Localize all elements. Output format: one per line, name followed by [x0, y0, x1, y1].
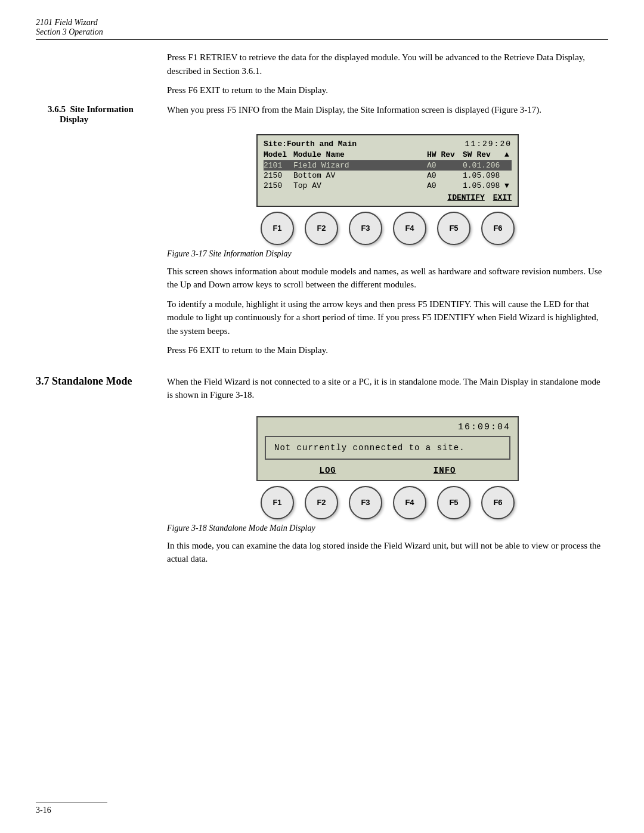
figure-17-lcd-wrapper: Site:Fourth and Main 11:29:20 Model Modu… [256, 134, 519, 207]
section-365-desc: This screen shows information about modu… [36, 265, 608, 363]
right-content-365-desc: This screen shows information about modu… [167, 265, 608, 363]
button-f1[interactable]: F1 [261, 212, 294, 245]
button-f4[interactable]: F4 [393, 212, 426, 245]
lcd-col-header: Model Module Name HW Rev SW Rev ▲ [264, 150, 512, 160]
button-f3[interactable]: F3 [349, 212, 382, 245]
button-f6[interactable]: F6 [481, 212, 515, 245]
section-37-heading-row: 3.7 Standalone Mode When the Field Wizar… [36, 375, 608, 408]
figure-18-container: 16:09:04 Not currently connected to a si… [167, 416, 608, 533]
header-title: 2101 Field Wizard [36, 18, 608, 27]
figure-17-buttons: F1 F2 F3 F4 F5 F6 [261, 212, 515, 245]
section-365-top: Press F1 RETRIEV to retrieve the data fo… [36, 51, 608, 103]
header-subtitle: Section 3 Operation [36, 27, 608, 37]
section-37-desc: In this mode, you can examine the data l… [36, 539, 608, 572]
lcd-data-row-0: 2101 Field Wizard A0 0.01.206 [264, 160, 512, 171]
para-f6-exit: Press F6 EXIT to return to the Main Disp… [167, 83, 608, 97]
button-18-f2[interactable]: F2 [305, 486, 338, 519]
button-f5[interactable]: F5 [437, 212, 470, 245]
section-37-label: 3.7 Standalone Mode [36, 375, 167, 408]
func-log: LOG [320, 466, 336, 475]
standalone-message: Not currently connected to a site. [265, 436, 510, 460]
figure-18-caption-wrapper: Figure 3-18 Standalone Mode Main Display [167, 523, 608, 533]
figure-17-area: Site:Fourth and Main 11:29:20 Model Modu… [167, 134, 608, 259]
left-spacer-2 [36, 265, 167, 363]
lcd-data-row-2: 2150 Top AV A0 1.05.098 ▼ [264, 181, 512, 191]
para-intro-365: When you press F5 INFO from the Main Dis… [167, 103, 608, 117]
func-info: INFO [434, 466, 456, 475]
figure-17-caption: Figure 3-17 Site Information Display [167, 249, 292, 258]
func-exit: EXIT [493, 193, 512, 202]
scroll-top-arrow: ▲ [504, 150, 512, 159]
left-spacer [36, 51, 167, 103]
section-365-heading-row: 3.6.5 Site Information Display When you … [36, 103, 608, 126]
col-sw-rev: SW Rev [463, 150, 504, 159]
right-content-37-desc: In this mode, you can examine the data l… [167, 539, 608, 572]
func-identify: IDENTIFY [447, 193, 484, 202]
lcd-data-row-1: 2150 Bottom AV A0 1.05.098 [264, 171, 512, 181]
col-model: Model [264, 150, 293, 159]
para-intro-37: When the Field Wizard is not connected t… [167, 375, 608, 402]
button-18-f5[interactable]: F5 [437, 486, 470, 519]
figure-18-lcd: 16:09:04 Not currently connected to a si… [256, 416, 519, 481]
page-footer: 3-16 [36, 803, 107, 815]
button-f2[interactable]: F2 [305, 212, 338, 245]
figure-17-lcd: Site:Fourth and Main 11:29:20 Model Modu… [256, 134, 519, 207]
page-number: 3-16 [36, 806, 51, 815]
para-retriev: Press F1 RETRIEV to retrieve the data fo… [167, 51, 608, 78]
section-365-heading: 3.6.5 Site Information Display [36, 103, 161, 125]
figure-18-buttons: F1 F2 F3 F4 F5 F6 [261, 486, 515, 519]
figure-17-container: Site:Fourth and Main 11:29:20 Model Modu… [167, 134, 608, 259]
page-header: 2101 Field Wizard Section 3 Operation [36, 18, 608, 37]
figure-17-caption-wrapper: Figure 3-17 Site Information Display [167, 249, 608, 259]
button-18-f4[interactable]: F4 [393, 486, 426, 519]
button-18-f3[interactable]: F3 [349, 486, 382, 519]
left-spacer-3 [36, 539, 167, 572]
section-37-intro: When the Field Wizard is not connected t… [167, 375, 608, 408]
figure-18-area: 16:09:04 Not currently connected to a si… [167, 416, 608, 533]
button-18-f1[interactable]: F1 [261, 486, 294, 519]
section-365-label: 3.6.5 Site Information Display [36, 103, 167, 126]
section-37-heading: 3.7 Standalone Mode [36, 375, 161, 388]
lcd-time: 11:29:20 [465, 139, 512, 150]
figure-18-caption: Figure 3-18 Standalone Mode Main Display [167, 524, 315, 532]
standalone-time: 16:09:04 [265, 422, 510, 432]
para-desc3: Press F6 EXIT to return to the Main Disp… [167, 343, 608, 357]
lcd-site-title: Site:Fourth and Main [264, 139, 357, 150]
header-rule [36, 39, 608, 40]
right-content-365-top: Press F1 RETRIEV to retrieve the data fo… [167, 51, 608, 103]
button-18-f6[interactable]: F6 [481, 486, 515, 519]
standalone-func-row: LOG INFO [265, 465, 510, 476]
col-hw-rev: HW Rev [427, 150, 463, 159]
section-365-intro: When you press F5 INFO from the Main Dis… [167, 103, 608, 126]
lcd-func-row: IDENTIFY EXIT [264, 193, 512, 202]
col-module-name: Module Name [293, 150, 427, 159]
para-desc1: This screen shows information about modu… [167, 265, 608, 292]
para-desc2: To identify a module, highlight it using… [167, 298, 608, 338]
para-37-desc1: In this mode, you can examine the data l… [167, 539, 608, 566]
lcd-title-row: Site:Fourth and Main 11:29:20 [264, 139, 512, 150]
